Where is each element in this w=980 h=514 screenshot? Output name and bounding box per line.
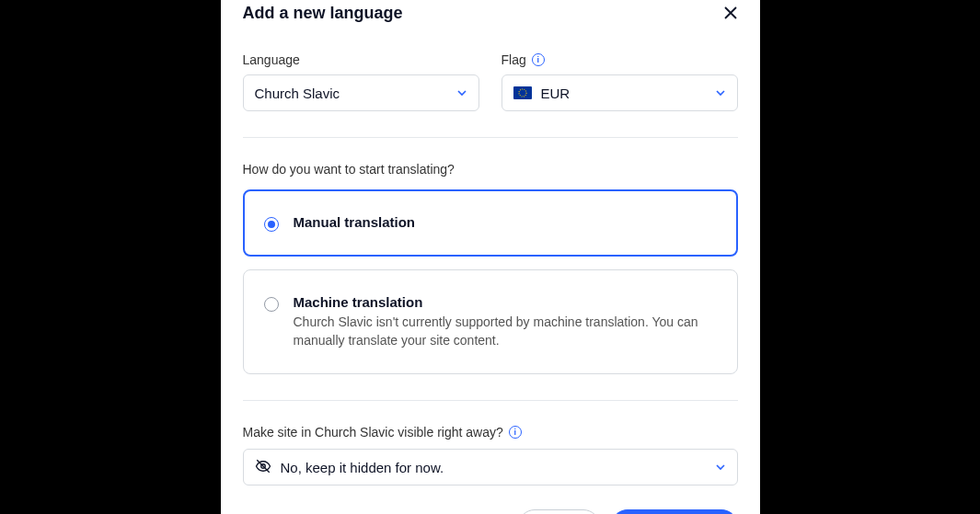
flag-label-text: Flag [502, 52, 526, 67]
visibility-left: No, keep it hidden for now. [255, 458, 444, 477]
info-icon[interactable]: i [509, 426, 522, 439]
flag-select-left: EUR [513, 86, 571, 101]
eu-flag-icon [513, 86, 532, 99]
flag-select[interactable]: EUR [502, 74, 738, 111]
language-select[interactable]: Church Slavic [243, 74, 479, 111]
flag-value: EUR [541, 86, 571, 101]
language-value: Church Slavic [255, 86, 340, 101]
add-language-modal: Add a new language Language Church Slavi… [221, 0, 760, 514]
chevron-down-icon [715, 86, 726, 101]
close-icon[interactable] [723, 5, 738, 23]
svg-point-0 [519, 89, 526, 97]
info-icon[interactable]: i [532, 53, 545, 66]
visibility-label-text: Make site in Church Slavic visible right… [243, 425, 503, 440]
language-field: Language Church Slavic [243, 52, 479, 111]
machine-translation-option[interactable]: Machine translation Church Slavic isn't … [243, 269, 738, 374]
chevron-down-icon [715, 460, 726, 475]
manual-title: Manual translation [294, 214, 416, 230]
chevron-down-icon [456, 86, 467, 101]
divider [243, 137, 738, 138]
flag-field: Flag i EUR [502, 52, 738, 111]
visibility-value: No, keep it hidden for now. [281, 460, 444, 475]
cancel-button[interactable]: Cancel [518, 509, 601, 514]
language-label: Language [243, 52, 479, 67]
modal-header: Add a new language [243, 0, 738, 34]
machine-description: Church Slavic isn't currently supported … [294, 314, 717, 349]
translation-prompt: How do you want to start translating? [243, 162, 738, 177]
hidden-eye-icon [255, 458, 271, 477]
modal-title: Add a new language [243, 4, 403, 23]
modal-footer: Cancel Add Language [243, 509, 738, 514]
flag-label: Flag i [502, 52, 738, 67]
divider [243, 400, 738, 401]
selects-row: Language Church Slavic Flag i [243, 52, 738, 111]
machine-title: Machine translation [294, 294, 717, 310]
radio-content: Machine translation Church Slavic isn't … [294, 294, 717, 349]
add-language-button[interactable]: Add Language [611, 509, 737, 514]
manual-translation-option[interactable]: Manual translation [243, 189, 738, 257]
radio-icon [264, 217, 279, 232]
visibility-select[interactable]: No, keep it hidden for now. [243, 449, 738, 485]
radio-content: Manual translation [294, 214, 416, 230]
visibility-label: Make site in Church Slavic visible right… [243, 425, 738, 440]
radio-icon [264, 297, 279, 312]
